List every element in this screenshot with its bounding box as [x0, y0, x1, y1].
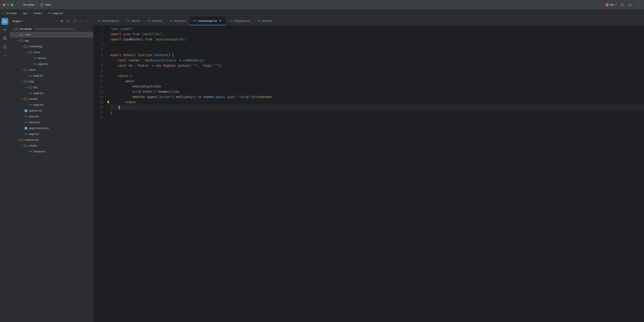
run-config-selector[interactable]: dev ▾ [604, 2, 619, 7]
tree-item-label: layout.tsx [29, 121, 40, 124]
tree-item[interactable]: TSXheader.tsx [10, 149, 93, 154]
project-selector[interactable]: fm-nextjs ▾ [21, 2, 38, 7]
code-line[interactable]: const re : RegExp = new RegExp( pattern:… [110, 63, 644, 68]
branch-selector[interactable]: main ▾ [38, 2, 55, 7]
chevron-down-icon[interactable]: ▾ [25, 51, 28, 53]
commit-tool-button[interactable] [2, 26, 8, 33]
breadcrumb-item[interactable]: contact [34, 12, 42, 15]
tree-item[interactable]: ▸[id] [10, 84, 93, 90]
code-editor[interactable]: 123456789101112131415161718 💡 "use clien… [94, 25, 644, 322]
tree-item[interactable]: TSXlala.tsx [10, 55, 93, 61]
bookmarks-tool-button[interactable] [2, 43, 8, 50]
tree-item-label: page.module.css [29, 127, 49, 130]
left-rail [0, 17, 10, 322]
code-line[interactable]: } [110, 110, 644, 115]
collapse-all-button[interactable] [72, 18, 78, 24]
chevron-down-icon[interactable]: ▾ [21, 69, 24, 71]
tree-item[interactable]: ▾header [10, 143, 93, 149]
chevron-down-icon[interactable]: ▾ [21, 144, 24, 147]
chevron-down-icon[interactable]: ▾ [21, 98, 24, 100]
project-tool-button[interactable] [2, 18, 8, 25]
code-line[interactable]: <h1>contact</h1> [110, 84, 644, 89]
code-line[interactable] [110, 68, 644, 73]
tree-item[interactable]: ▾contact [10, 96, 93, 102]
code-line[interactable]: <div> [110, 79, 644, 84]
tree-item-label: lala.tsx [38, 56, 46, 59]
tab-label: home/page.tsx [102, 19, 120, 22]
tree-item[interactable]: TSXpage.tsx [10, 73, 93, 78]
tree-item[interactable]: ▾app [10, 38, 93, 43]
code-line[interactable]: </div> [110, 100, 644, 105]
tree-item[interactable]: ▸.next [10, 32, 93, 38]
editor-tab[interactable]: TSXhome/page.tsx [94, 17, 123, 25]
code-line[interactable]: ) [110, 105, 644, 110]
breadcrumb-item[interactable]: app [23, 12, 28, 15]
tree-item[interactable]: TSXhead.tsx [10, 113, 93, 119]
breadcrumb-item[interactable]: fm-nextjs [6, 12, 17, 15]
debug-button[interactable] [626, 2, 634, 7]
tree-item[interactable]: TSXpage.tsx [10, 131, 93, 137]
chevron-right-icon[interactable]: ▸ [16, 34, 20, 36]
minimize-window[interactable] [7, 4, 9, 6]
tree-item-label: globals.css [29, 109, 42, 112]
tree-item[interactable]: ▾home [10, 49, 93, 55]
tree-item[interactable]: ▾about [10, 67, 93, 73]
tsx-icon: TSX [24, 115, 28, 117]
editor-tab[interactable]: TSXcontact/page.tsx✕ [189, 17, 226, 25]
breadcrumb-root-icon [2, 12, 4, 14]
select-opened-file-button[interactable] [60, 18, 65, 24]
close-tab-button[interactable]: ✕ [219, 19, 222, 22]
sidebar-more-button[interactable] [79, 18, 84, 24]
code-line[interactable]: const router : AppRouterInstance = useRo… [110, 58, 644, 63]
structure-tool-button[interactable] [2, 35, 8, 42]
tree-item[interactable]: #page.module.css [10, 125, 93, 131]
tree-item[interactable]: ▾blog [10, 78, 93, 84]
more-tools-button[interactable] [2, 52, 8, 58]
editor-tab[interactable]: TSXhead.tsx [144, 17, 166, 25]
chevron-down-icon[interactable]: ▾ [16, 39, 20, 42]
code-line[interactable] [110, 115, 644, 121]
tree-item[interactable]: TSXpage.tsx [10, 90, 93, 96]
sidebar-title-selector[interactable]: Project ▾ [12, 20, 23, 23]
code-line[interactable]: import Link from "next/link"; [110, 31, 644, 37]
window-controls [3, 4, 13, 6]
code-line[interactable]: return ( [110, 73, 644, 79]
code-line[interactable] [110, 42, 644, 47]
tree-item[interactable]: TSXlayout.tsx [10, 119, 93, 125]
lightbulb-icon[interactable]: 💡 [107, 101, 110, 104]
breadcrumb-item[interactable]: TSX page.tsx [48, 12, 63, 15]
hide-sidebar-button[interactable] [85, 18, 90, 24]
tree-item[interactable]: ▾components [10, 137, 93, 143]
tree-item-label: [id] [34, 86, 37, 89]
chevron-down-icon[interactable]: ▾ [16, 139, 20, 141]
svg-point-5 [637, 4, 638, 5]
code-content[interactable]: "use client";import Link from "next/link… [110, 25, 644, 322]
project-tree[interactable]: ▾ fm-nextjs ~/WebstormProjects/routine-w… [10, 25, 93, 322]
run-button[interactable] [619, 2, 626, 7]
chevron-down-icon[interactable]: ▾ [21, 45, 24, 47]
editor-tab[interactable]: TSXlayout.tsx [166, 17, 189, 25]
tree-item[interactable]: ▾(marketing) [10, 43, 93, 49]
tree-item[interactable]: TSXpage.tsx [10, 102, 93, 108]
code-line[interactable]: "use client"; [110, 26, 644, 31]
zoom-window[interactable] [11, 4, 13, 6]
editor-tab[interactable]: TSXabout/pa [254, 17, 276, 25]
code-line[interactable]: export default function Contact() { [110, 52, 644, 58]
code-line[interactable]: <Link href='/'>home</Link> [110, 89, 644, 94]
tsx-icon: TSX [169, 20, 173, 22]
chevron-down-icon[interactable]: ▾ [21, 80, 24, 82]
tab-label: blog/page.tsx [234, 19, 250, 22]
chevron-right-icon[interactable]: ▸ [25, 86, 28, 88]
expand-all-button[interactable] [66, 18, 71, 24]
folder-icon [24, 45, 28, 48]
tree-item[interactable]: #globals.css [10, 108, 93, 113]
code-line[interactable] [110, 47, 644, 52]
tree-root[interactable]: ▾ fm-nextjs ~/WebstormProjects/routine-w… [10, 26, 93, 32]
code-line[interactable]: import {useRouter} from "next/navigation… [110, 37, 644, 42]
more-button[interactable] [634, 2, 641, 7]
editor-tab[interactable]: TSXblog/page.tsx [226, 17, 254, 25]
code-line[interactable]: <button type={'button'} onClick={() => r… [110, 94, 644, 100]
editor-tab[interactable]: TSXlala.tsx [123, 17, 144, 25]
close-window[interactable] [3, 4, 5, 6]
tree-item[interactable]: TSXpage.tsx [10, 61, 93, 67]
